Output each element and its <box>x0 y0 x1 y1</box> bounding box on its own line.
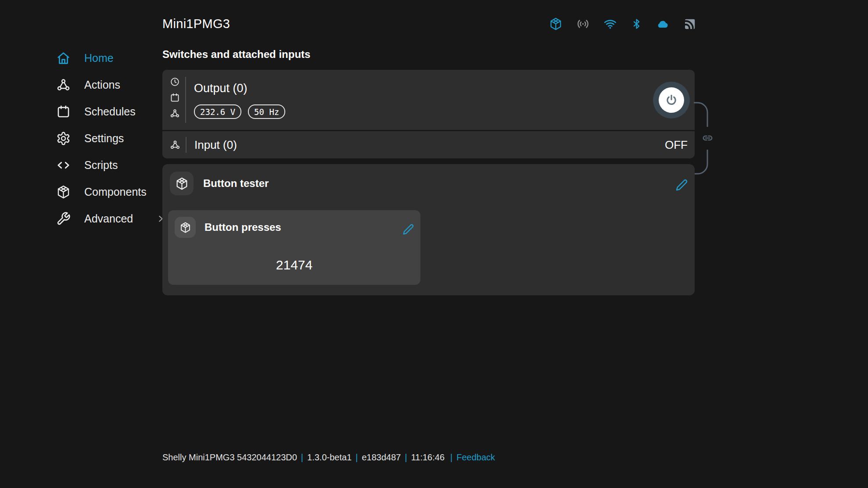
output-badges: 232.6 V 50 Hz <box>194 104 653 119</box>
component-avatar <box>170 172 194 195</box>
sidebar-item-scripts[interactable]: Scripts <box>56 157 166 173</box>
frequency-badge: 50 Hz <box>248 104 285 119</box>
switch-card: Output (0) 232.6 V 50 Hz Input (0) OFF <box>162 70 695 158</box>
sidebar-item-components[interactable]: Components <box>56 184 166 200</box>
bluetooth-icon[interactable] <box>631 17 642 31</box>
power-toggle-button[interactable] <box>653 82 690 118</box>
link-icon <box>701 131 714 145</box>
footer-separator: | <box>355 452 358 463</box>
edit-pencil-icon[interactable] <box>402 223 414 235</box>
cube-icon <box>179 222 191 233</box>
output-row[interactable]: Output (0) 232.6 V 50 Hz <box>162 70 695 130</box>
actions-icon <box>56 78 71 92</box>
power-button-face <box>659 87 684 113</box>
footer-separator: | <box>450 452 452 463</box>
sidebar-item-label: Actions <box>84 79 120 91</box>
footer-time: 11:16:46 <box>411 452 445 463</box>
output-content: Output (0) 232.6 V 50 Hz <box>186 70 653 130</box>
rss-icon[interactable] <box>683 17 697 31</box>
wifi-icon[interactable] <box>603 17 617 31</box>
footer-separator: | <box>301 452 303 463</box>
cube-icon <box>56 185 71 199</box>
sidebar-item-actions[interactable]: Actions <box>56 77 166 93</box>
sidebar-item-label: Schedules <box>84 105 136 118</box>
clock-icon <box>170 77 180 87</box>
sidebar-item-label: Settings <box>84 132 124 145</box>
button-tester-card: Button tester Button presses 21474 <box>162 164 695 295</box>
edit-pencil-icon[interactable] <box>675 179 688 191</box>
footer-build: e183d487 <box>362 452 401 463</box>
device-title: Mini1PMG3 <box>162 17 230 31</box>
input-state-value: OFF <box>665 138 688 152</box>
voltage-badge: 232.6 V <box>194 104 241 119</box>
status-bar <box>549 16 697 32</box>
cloud-icon[interactable] <box>656 17 670 31</box>
actions-icon <box>170 108 180 118</box>
button-presses-header: Button presses <box>168 210 420 238</box>
feedback-link[interactable]: Feedback <box>456 452 495 463</box>
cube-icon[interactable] <box>549 17 563 31</box>
actions-icon <box>170 140 180 150</box>
power-icon <box>665 93 678 107</box>
sidebar-item-label: Scripts <box>84 159 118 172</box>
sidebar-item-label: Components <box>84 186 147 198</box>
sidebar-item-settings[interactable]: Settings <box>56 130 166 146</box>
cube-icon <box>175 177 189 190</box>
sidebar-item-label: Advanced <box>84 212 133 225</box>
output-feature-icons <box>162 70 180 130</box>
sidebar-item-home[interactable]: Home <box>56 50 166 66</box>
section-title: Switches and attached inputs <box>162 49 695 60</box>
button-tester-title: Button tester <box>203 177 269 190</box>
calendar-icon <box>170 93 180 103</box>
gear-icon <box>56 131 71 146</box>
footer-separator: | <box>405 452 407 463</box>
calendar-icon <box>56 104 71 119</box>
footer-device-id: Shelly Mini1PMG3 5432044123D0 <box>162 452 297 463</box>
button-presses-title: Button presses <box>204 221 281 233</box>
sidebar-item-schedules[interactable]: Schedules <box>56 104 166 119</box>
button-presses-card: Button presses 21474 <box>168 210 420 285</box>
main-content: Switches and attached inputs Output (0) … <box>162 49 695 295</box>
footer: Shelly Mini1PMG3 5432044123D0 | 1.3.0-be… <box>162 452 495 463</box>
button-presses-value: 21474 <box>168 258 420 273</box>
sidebar-item-advanced[interactable]: Advanced <box>56 211 166 226</box>
code-icon <box>56 158 71 172</box>
sidebar: Home Actions Schedules Settings Scripts … <box>56 50 166 226</box>
output-input-link-bracket <box>694 102 715 175</box>
footer-version: 1.3.0-beta1 <box>307 452 352 463</box>
input-row[interactable]: Input (0) OFF <box>162 131 695 158</box>
button-tester-header: Button tester <box>162 164 695 195</box>
home-icon <box>56 51 71 65</box>
radio-icon[interactable] <box>576 17 590 31</box>
output-title: Output (0) <box>194 82 653 95</box>
component-avatar <box>175 217 196 238</box>
wrench-icon <box>56 212 71 226</box>
input-title: Input (0) <box>187 138 665 152</box>
sidebar-item-label: Home <box>84 52 114 65</box>
